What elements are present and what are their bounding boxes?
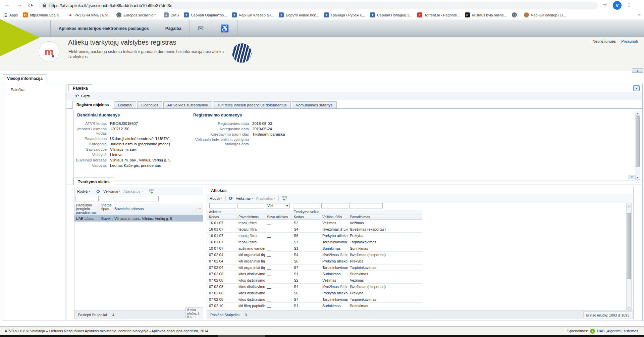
table-row[interactable]: 07 02 08 kitos distiliavimo n... __ S1 S…: [207, 271, 422, 277]
table-row[interactable]: 16 01 07 tepalų filtrai __ S2 Vežimas Ve…: [207, 220, 422, 226]
column-header[interactable]: Pavadinimas: [236, 215, 265, 220]
tab-tvarkymo-vietos[interactable]: Tvarkymo vietos: [73, 178, 114, 185]
atliekos-footer-bar: Paslėpti Stulpeliai 3 Iš viso eilučių: 1…: [207, 310, 633, 319]
record-subtab[interactable]: Leidimai: [114, 101, 137, 108]
filter-input-kodas[interactable]: [209, 203, 236, 208]
browser-reload-icon[interactable]: ⟳: [28, 2, 33, 9]
record-subtab[interactable]: Licencijos: [137, 101, 162, 108]
field-value: [252, 138, 349, 146]
apps-button[interactable]: Apps: [3, 13, 18, 17]
bookmark-item[interactable]: Т Сериал Попадец 3...: [370, 12, 412, 17]
scroll-down-icon[interactable]: ▼: [627, 305, 631, 309]
veiksmai-button[interactable]: Veiksmai▾: [236, 196, 253, 200]
bookmark-item[interactable]: ◯: [512, 12, 519, 17]
cell-veiklos-rusis: Tarpininkavimas: [320, 240, 348, 244]
filter-input-pavadinimas[interactable]: [237, 203, 264, 208]
bookmark-item[interactable]: F Kristaus byla online...: [465, 12, 507, 17]
sidebar-item-paieska[interactable]: Paieška: [3, 84, 65, 92]
refresh-icon[interactable]: ⟳: [229, 196, 233, 201]
veiksmai-button[interactable]: Veiksmai▾: [103, 189, 120, 193]
back-button[interactable]: Grįžti: [81, 94, 90, 98]
bookmark-item[interactable]: Т Черный Клевер ан...: [232, 12, 274, 17]
tab-paieska[interactable]: Paieška: [68, 84, 92, 92]
bookmark-item[interactable]: ◯ Europos socialinio f...: [116, 12, 159, 17]
column-header[interactable]: Savo atliekos: [265, 215, 292, 220]
column-header[interactable]: Vietos tipas: [100, 203, 113, 215]
tab-viesoji-informacija[interactable]: Viešoji informacija: [3, 74, 47, 82]
bookmark-star-icon[interactable]: ☆: [603, 2, 607, 8]
bottom-strip-segment: [218, 335, 265, 337]
nav-contact-button[interactable]: ✉: [190, 20, 212, 37]
filter-input-vietos-tipas[interactable]: [100, 196, 112, 201]
solution-link[interactable]: UAB „Algoritmų sistemos“: [597, 329, 639, 333]
filter-select-savo-atliekos[interactable]: Visi ▼: [266, 203, 290, 208]
export-table-icon[interactable]: [149, 189, 154, 194]
table-row[interactable]: 16 01 07 tepalų filtrai __ S4 Išvežimas …: [207, 226, 422, 233]
bookmark-item[interactable]: t Torrent.ai - Pagrindi...: [417, 12, 460, 17]
nav-help-link[interactable]: Pagalba: [157, 20, 190, 37]
record-subtab[interactable]: Registro objektas: [72, 101, 113, 109]
scroll-up-icon[interactable]: ▲: [627, 203, 631, 208]
bookmark-item[interactable]: O https://mail.lvpa.lt/...: [23, 12, 62, 17]
table-row[interactable]: 07 02 08 kitos distiliavimo n... __ S6 P…: [207, 290, 422, 296]
atliekos-scrollbar[interactable]: ▲ ▼: [626, 203, 632, 310]
export-table-icon[interactable]: [282, 196, 287, 201]
record-subtab[interactable]: Turi teisę išrašyti įrodančius dokumentu…: [213, 101, 290, 108]
record-subtab[interactable]: AK veiklos sustabdymai: [163, 101, 212, 108]
ataskaitos-button[interactable]: Ataskaitos▾: [123, 189, 143, 193]
address-bar[interactable]: https://atvr.aplinka.lt/;jsessionid=6a58…: [39, 2, 598, 9]
column-header[interactable]: Veiklos rūšis: [320, 215, 348, 220]
close-panel-button[interactable]: ×: [633, 85, 640, 91]
table-row[interactable]: 07 02 08 kitos distiliavimo n... __ S4 I…: [207, 284, 422, 290]
bookmark-item[interactable]: Т Боруто новое пок...: [279, 12, 319, 17]
filter-input-pavadinimas[interactable]: [75, 196, 99, 201]
sort-ascending-icon[interactable]: △: [196, 207, 198, 211]
bookmark-item[interactable]: ● DMS: [164, 12, 179, 17]
table-row[interactable]: 07 02 04 kiti organiniai tirpi... __ S7 …: [207, 264, 422, 271]
filter-input-veiklos-rusis[interactable]: [321, 203, 348, 208]
details-scrollbar[interactable]: ▲ ▼: [635, 111, 640, 180]
rodyti-button[interactable]: Rodyti▾: [77, 189, 90, 193]
column-header[interactable]: Kodas: [292, 215, 320, 220]
rodyti-button[interactable]: Rodyti▾: [210, 196, 222, 200]
scroll-up-icon[interactable]: ▲: [635, 111, 640, 116]
field-label: Pavadinimas: [76, 137, 107, 141]
table-row[interactable]: 07 02 10 kiti filtrų papločiai ... __ S1…: [207, 303, 422, 309]
nav-eservices-link[interactable]: Aplinkos ministerijos elektroninės pasla…: [50, 20, 157, 37]
table-row[interactable]: 16 01 07 tepalų filtrai __ S6 Prekyba at…: [207, 233, 422, 239]
table-row[interactable]: 07 02 08 kitos distiliavimo n... __ S2 V…: [207, 277, 422, 284]
bookmark-item[interactable]: ◄ PROGRAMME | ENI...: [67, 12, 111, 17]
table-row[interactable]: 07 02 04 kiti organiniai tirpi... __ S6 …: [207, 258, 422, 264]
bookmarks-overflow-icon[interactable]: »: [638, 12, 641, 17]
column-header[interactable]: Pavadinimas: [348, 215, 422, 220]
bookmark-item[interactable]: Чёрный клевер / В...: [524, 12, 566, 17]
filter-input-veiklos-kodas[interactable]: [293, 203, 320, 208]
filter-input-adresas[interactable]: [113, 196, 159, 201]
table-row[interactable]: UAB Lūsta Buveinės Vilniaus m. sav., Vil…: [74, 215, 203, 222]
browser-forward-icon[interactable]: →: [16, 1, 22, 8]
filter-input-veiklos-pavadinimas[interactable]: [349, 203, 383, 208]
table-row[interactable]: 10 07 07 aušinimo vandens ... __ S1 Suri…: [207, 245, 422, 252]
column-header[interactable]: Padalinio/ Įrenginio pavadinimas: [74, 203, 100, 215]
table-row[interactable]: 07 02 04 kiti organiniai tirpi... __ S4 …: [207, 252, 422, 258]
bookmark-item[interactable]: Т Граница / Рубеж с...: [324, 12, 365, 17]
browser-menu-icon[interactable]: ⋮: [627, 2, 632, 8]
sort-icons: △▼: [196, 207, 202, 211]
table-row[interactable]: 07 02 08 kitos distiliavimo n... __ S7 T…: [207, 296, 422, 303]
scrollbar-thumb[interactable]: [636, 116, 640, 167]
bookmark-item[interactable]: Т Сериал Ординатор...: [184, 12, 227, 17]
cell-veiklos-kodas: S6: [292, 291, 320, 295]
header-collapse-button[interactable]: ▲: [632, 68, 643, 73]
profile-avatar[interactable]: V: [613, 1, 622, 10]
record-subtab[interactable]: Komunalinės sutartys: [292, 101, 337, 108]
refresh-icon[interactable]: ⟳: [96, 189, 100, 194]
login-link[interactable]: Prisijungti: [621, 39, 638, 43]
column-header[interactable]: Buveinės adresas △▼: [113, 203, 203, 215]
sort-descending-icon[interactable]: ▼: [199, 207, 202, 211]
nav-accessibility-button[interactable]: ♿: [212, 20, 237, 37]
column-header[interactable]: Kodas: [207, 215, 236, 220]
scrollbar-thumb[interactable]: [627, 213, 631, 279]
browser-back-icon[interactable]: ←: [4, 1, 10, 8]
ataskaitos-button[interactable]: Ataskaitos▾: [256, 196, 275, 200]
table-row[interactable]: 16 01 07 tepalų filtrai __ S7 Tarpininka…: [207, 239, 422, 245]
